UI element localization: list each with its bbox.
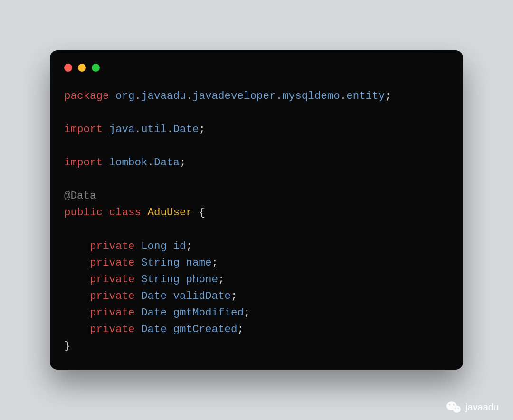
code-line: private Date gmtCreated; xyxy=(64,323,244,335)
code-token xyxy=(103,206,109,219)
code-token: private xyxy=(90,323,135,335)
code-token: String xyxy=(141,273,180,286)
code-token: id xyxy=(173,240,186,252)
code-token: import xyxy=(64,123,103,135)
code-token: phone xyxy=(186,273,218,286)
code-line: private String phone; xyxy=(64,273,225,286)
svg-point-4 xyxy=(455,408,456,409)
code-token: lombok xyxy=(109,156,148,169)
code-token xyxy=(180,273,186,286)
code-token: java xyxy=(109,123,135,135)
code-token: ; xyxy=(212,257,218,269)
code-line: } xyxy=(64,340,71,352)
wechat-icon xyxy=(446,401,461,413)
code-block: package org.javaadu.javadeveloper.mysqld… xyxy=(64,88,449,355)
code-window: package org.javaadu.javadeveloper.mysqld… xyxy=(50,50,463,370)
code-token: . xyxy=(276,90,283,102)
code-token: private xyxy=(90,290,135,302)
code-token: ; xyxy=(186,240,193,252)
code-token: ; xyxy=(180,156,186,169)
code-token xyxy=(103,123,109,135)
code-token xyxy=(135,273,142,286)
code-token: . xyxy=(167,123,173,135)
code-token: util xyxy=(141,123,167,135)
code-token: { xyxy=(192,206,205,219)
svg-point-5 xyxy=(458,408,459,409)
code-token: mysqldemo xyxy=(282,90,340,102)
watermark: javaadu xyxy=(446,401,499,413)
code-token: Long xyxy=(141,240,167,252)
code-line: private String name; xyxy=(64,257,218,269)
code-token: Date xyxy=(141,323,167,335)
code-token: ; xyxy=(218,273,225,286)
code-line: private Date gmtModified; xyxy=(64,306,250,319)
svg-point-1 xyxy=(453,406,461,413)
code-token xyxy=(135,290,142,302)
code-line: private Long id; xyxy=(64,240,192,252)
code-line: @Data xyxy=(64,190,96,202)
window-titlebar xyxy=(64,64,449,72)
code-token: Data xyxy=(154,156,180,169)
code-token xyxy=(103,156,109,169)
code-token: gmtCreated xyxy=(173,323,238,335)
code-token: . xyxy=(135,90,142,102)
code-token: ; xyxy=(244,306,250,319)
code-token: . xyxy=(135,123,142,135)
code-token xyxy=(135,257,142,269)
code-line: public class AduUser { xyxy=(64,206,205,219)
code-token xyxy=(167,323,173,335)
code-token xyxy=(135,306,142,319)
code-token: ; xyxy=(199,123,206,135)
code-token xyxy=(141,206,148,219)
code-token: package xyxy=(64,90,109,102)
watermark-text: javaadu xyxy=(466,402,499,413)
code-token: org xyxy=(115,90,135,102)
code-token: import xyxy=(64,156,103,169)
maximize-dot[interactable] xyxy=(92,64,100,72)
code-token xyxy=(109,90,116,102)
code-token: private xyxy=(90,240,135,252)
code-token xyxy=(180,257,186,269)
code-token: ; xyxy=(385,90,391,102)
code-token: class xyxy=(109,206,142,219)
code-token: @Data xyxy=(64,190,96,202)
code-token: private xyxy=(90,306,135,319)
code-token xyxy=(135,240,142,252)
code-line: private Date validDate; xyxy=(64,290,238,302)
code-token xyxy=(167,306,173,319)
minimize-dot[interactable] xyxy=(78,64,86,72)
code-token: ; xyxy=(238,323,244,335)
code-line: import java.util.Date; xyxy=(64,123,205,135)
code-line: import lombok.Data; xyxy=(64,156,186,169)
code-token: private xyxy=(90,257,135,269)
code-token: private xyxy=(90,273,135,286)
code-token: gmtModified xyxy=(173,306,244,319)
code-token: . xyxy=(186,90,193,102)
code-token: AduUser xyxy=(148,206,193,219)
code-token: javadeveloper xyxy=(192,90,276,102)
code-token: Date xyxy=(173,123,199,135)
code-token: javaadu xyxy=(141,90,186,102)
svg-point-2 xyxy=(449,404,450,406)
code-token: ; xyxy=(231,290,238,302)
code-line: package org.javaadu.javadeveloper.mysqld… xyxy=(64,90,391,102)
code-token xyxy=(167,240,173,252)
code-token: String xyxy=(141,257,180,269)
code-token: . xyxy=(340,90,347,102)
close-dot[interactable] xyxy=(64,64,72,72)
code-token: . xyxy=(148,156,154,169)
code-token: Date xyxy=(141,290,167,302)
code-token: public xyxy=(64,206,103,219)
code-token: name xyxy=(186,257,212,269)
code-token: } xyxy=(64,340,71,352)
code-token xyxy=(167,290,173,302)
code-token: validDate xyxy=(173,290,231,302)
code-token: Date xyxy=(141,306,167,319)
code-token: entity xyxy=(346,90,385,102)
code-token xyxy=(135,323,142,335)
svg-point-3 xyxy=(453,404,454,406)
